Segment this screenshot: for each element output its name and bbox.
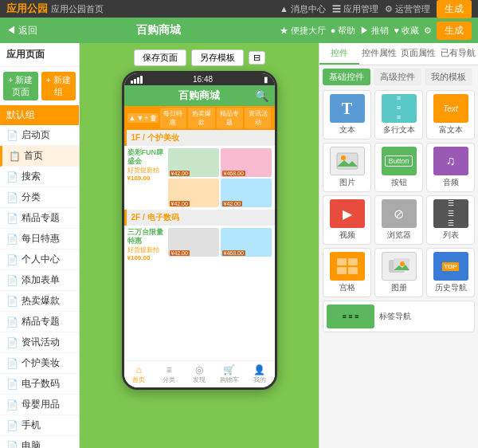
phone-bottom-nav: ⌂ 首页 ≡ 分类 ◎ 发现 🛒 购物车 👤 我的: [124, 360, 275, 387]
help-link[interactable]: ● 帮助: [331, 25, 356, 37]
widget-text[interactable]: T 文本: [323, 90, 371, 140]
sidebar-item-home[interactable]: 📋 首页: [0, 146, 79, 167]
bottom-nav-profile[interactable]: 👤 我的: [245, 364, 275, 384]
svg-point-9: [400, 261, 405, 266]
widget-rich[interactable]: Text 富文本: [426, 90, 475, 140]
page-icon: 📄: [6, 130, 18, 141]
banner-plus-icon[interactable]: +: [144, 114, 148, 122]
widget-album[interactable]: 图册: [374, 248, 423, 297]
promote-link[interactable]: ▶ 推销: [360, 25, 389, 37]
sidebar-item-form[interactable]: 📄 添加表单: [0, 270, 79, 291]
phone-search-icon[interactable]: 🔍: [255, 89, 268, 102]
save-page-button[interactable]: 保存页面: [134, 49, 186, 66]
page-icon: 📄: [6, 171, 18, 183]
sidebar-item-featured[interactable]: 📄 精品专题: [0, 208, 79, 229]
banner-item-featured[interactable]: 精品专题: [217, 108, 243, 128]
section1-header: 1F / 个护美妆: [124, 130, 275, 146]
sidebar-item-category[interactable]: 📄 分类: [0, 187, 79, 208]
settings-icon[interactable]: ⚙: [424, 26, 432, 36]
app-manage-link[interactable]: ☰ 应用管理: [332, 3, 378, 15]
widget-grid-item[interactable]: 宫格: [323, 248, 371, 297]
mobile-toggle[interactable]: ⊟: [249, 51, 265, 65]
banner-up-icon[interactable]: ▲: [129, 114, 136, 122]
banner-item-hot[interactable]: 热卖爆款: [188, 108, 214, 128]
tab-widgets[interactable]: 控件: [319, 43, 359, 65]
product-item-2[interactable]: ¥468.00: [221, 148, 272, 177]
new-page-button[interactable]: + 新建页面: [3, 72, 38, 100]
sidebar-item-electronics[interactable]: 📄 电子数码: [0, 374, 79, 395]
widget-button[interactable]: Button 按钮: [374, 143, 423, 192]
product-item-5[interactable]: ¥42.00: [168, 228, 219, 257]
widget-grid-label: 宫格: [339, 282, 355, 293]
product-item-6[interactable]: ¥468.00: [221, 228, 272, 257]
sub-tab-basic[interactable]: 基础控件: [323, 69, 370, 85]
widget-multiline[interactable]: ≡≡≡ 多行文本: [374, 90, 423, 140]
tab-nav[interactable]: 已有导航: [438, 43, 478, 65]
banner-down-icon[interactable]: ▼: [136, 114, 143, 122]
sidebar-item-hot[interactable]: 📄 热卖爆款: [0, 291, 79, 312]
sidebar-item-search[interactable]: 📄 搜索: [0, 167, 79, 187]
banner-item-daily[interactable]: 每日特惠: [160, 108, 186, 128]
widget-tab-nav[interactable]: ≡ ≡ ≡ 标签导航: [323, 301, 475, 332]
banner-item-news[interactable]: 资讯活动: [245, 108, 271, 128]
back-button[interactable]: ◀ 返回: [6, 24, 37, 37]
sidebar-item-daily[interactable]: 📄 每日特惠: [0, 229, 79, 250]
sub-tab-my-templates[interactable]: 我的模板: [425, 69, 472, 85]
new-group-button[interactable]: + 新建组: [41, 72, 76, 100]
generate-button-top[interactable]: 生成: [437, 0, 472, 18]
sub-tab-advanced[interactable]: 高级控件: [374, 69, 421, 85]
tab-page-props[interactable]: 页面属性: [399, 43, 439, 65]
product-item-3[interactable]: ¥42.00: [168, 179, 219, 207]
sidebar-item-beauty[interactable]: 📄 个护美妆: [0, 353, 79, 374]
sidebar-item-featured2[interactable]: 📄 精品专题: [0, 312, 79, 332]
banner-controls[interactable]: ▲ ▼ + 🗑: [127, 113, 159, 123]
top-bar-app-center[interactable]: 应用公园首页: [51, 3, 104, 15]
bottom-nav-profile-label: 我的: [253, 376, 266, 383]
top-bar-left: 应用公园 应用公园首页: [6, 2, 104, 16]
product-item-1[interactable]: ¥42.00: [168, 148, 219, 177]
lobby-link[interactable]: ★ 便捷大厅: [280, 25, 326, 37]
widget-video[interactable]: ▶ 视频: [323, 195, 371, 245]
bottom-nav-home[interactable]: ⌂ 首页: [124, 364, 155, 384]
app-title: 百购商城: [44, 23, 272, 37]
widget-grid: T 文本 ≡≡≡ 多行文本 Text 富文本: [323, 90, 475, 332]
generate-button[interactable]: 生成: [437, 22, 472, 40]
text-icon-t: T: [342, 100, 352, 118]
section2-promo-sub: 好货提新拍: [127, 246, 166, 254]
ops-link[interactable]: ⚙ 运营管理: [385, 3, 430, 15]
banner-tabs: ▲ ▼ + 🗑 每日特惠 热卖爆款 精品专题 资讯活动: [124, 106, 275, 130]
other-template-button[interactable]: 另存模板: [191, 49, 244, 66]
favorites-link[interactable]: ♥ 收藏: [394, 25, 419, 37]
sidebar-group-default[interactable]: 默认组: [0, 105, 79, 125]
list-widget-icon: ☰☰☰: [433, 199, 468, 228]
multiline-icon: ≡≡≡: [397, 94, 401, 122]
sidebar-item-launch[interactable]: 📄 启动页: [0, 125, 79, 146]
sidebar-item-phone[interactable]: 📄 手机: [0, 415, 79, 436]
bottom-nav-category[interactable]: ≡ 分类: [154, 364, 184, 384]
widget-sub-tabs: 基础控件 高级控件 我的模板: [323, 69, 475, 85]
page-icon: 📄: [6, 358, 18, 369]
widget-history-nav[interactable]: TOP 历史导航: [426, 248, 475, 297]
section2-products: ¥42.00 ¥468.00: [168, 228, 272, 261]
sidebar-item-computer[interactable]: 📄 电脑: [0, 436, 79, 448]
product-item-4[interactable]: ¥42.00: [221, 179, 272, 207]
bottom-nav-discover-label: 发现: [193, 376, 206, 383]
category-icon: ≡: [154, 364, 184, 375]
sidebar-item-label: 精品专题: [22, 211, 60, 225]
bottom-nav-discover[interactable]: ◎ 发现: [184, 364, 214, 384]
widget-image[interactable]: 图片: [323, 143, 371, 192]
page-icon: 📄: [6, 213, 18, 224]
sidebar-item-news[interactable]: 📄 资讯活动: [0, 332, 79, 353]
widget-rich-label: 富文本: [439, 124, 463, 136]
msg-center-link[interactable]: ▲ 消息中心: [280, 3, 326, 15]
tab-widget-props[interactable]: 控件属性: [359, 43, 399, 65]
widget-browser[interactable]: ⊘ 浏览器: [374, 195, 423, 245]
sidebar-item-baby[interactable]: 📄 母婴用品: [0, 395, 79, 415]
sidebar-item-personal[interactable]: 📄 个人中心: [0, 250, 79, 270]
right-panel-tabs: 控件 控件属性 页面属性 已有导航: [319, 43, 478, 65]
page-icon: 📄: [6, 275, 18, 286]
widget-list[interactable]: ☰☰☰ 列表: [426, 195, 475, 245]
banner-delete-icon[interactable]: 🗑: [150, 114, 157, 122]
bottom-nav-cart[interactable]: 🛒 购物车: [214, 364, 245, 384]
widget-audio[interactable]: ♫ 音频: [426, 143, 475, 192]
